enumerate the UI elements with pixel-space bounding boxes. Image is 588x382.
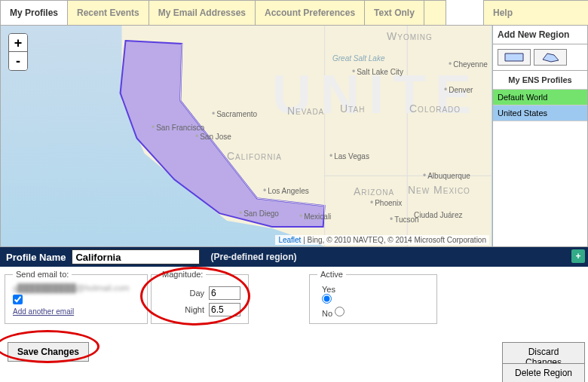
- add-new-region-heading: Add New Region: [493, 26, 587, 44]
- magnitude-legend: Magnitude:: [159, 270, 206, 279]
- state-label-arizona: Arizona: [354, 185, 394, 197]
- email-fieldset: Send email to: g██████████@hotmail.com A…: [5, 270, 148, 324]
- region-shape-buttons: [493, 44, 587, 71]
- city-albuquerque: Albuquerque: [423, 170, 470, 181]
- magnitude-night-input[interactable]: [209, 303, 240, 316]
- polygon-region-button[interactable]: [534, 49, 567, 66]
- tab-my-profiles[interactable]: My Profiles: [0, 0, 68, 25]
- tab-my-email[interactable]: My Email Addresses: [149, 0, 256, 25]
- delete-region-button[interactable]: Delete Region: [502, 363, 585, 382]
- profile-row-default-world[interactable]: Default World: [493, 90, 587, 105]
- save-changes-button[interactable]: Save Changes: [8, 342, 89, 362]
- active-yes-radio[interactable]: [322, 294, 332, 304]
- city-los-angeles: Los Angeles: [263, 185, 309, 196]
- magnitude-day-input[interactable]: [209, 286, 240, 300]
- email-legend: Send email to:: [13, 270, 72, 279]
- magnitude-fieldset: Magnitude: Day Night: [151, 270, 249, 324]
- profile-row-united-states[interactable]: United States: [493, 105, 587, 121]
- email-checkbox[interactable]: [13, 295, 23, 304]
- magnitude-night-label: Night: [185, 305, 204, 314]
- map[interactable]: + - UNITE California Nevada Utah Colorad…: [0, 26, 493, 247]
- email-address-blurred: g██████████@hotmail.com: [13, 283, 130, 292]
- active-fieldset: Active Yes No: [309, 270, 437, 324]
- my-ens-profiles-heading: My ENS Profiles: [493, 71, 587, 90]
- city-denver: Denver: [444, 84, 473, 95]
- tab-recent-events[interactable]: Recent Events: [67, 0, 149, 25]
- active-legend: Active: [317, 270, 346, 279]
- zoom-out-button[interactable]: -: [9, 52, 27, 70]
- city-san-diego: San Diego: [239, 208, 279, 219]
- profile-form: Send email to: g██████████@hotmail.com A…: [0, 267, 588, 380]
- state-label-wyoming: Wyoming: [387, 30, 433, 42]
- state-label-colorado: Colorado: [409, 102, 461, 115]
- state-label-new-mexico: New Mexico: [408, 184, 470, 196]
- label-great-salt-lake: Great Salt Lake: [332, 54, 384, 63]
- profile-name-label: Profile Name: [6, 252, 66, 263]
- add-another-email-link[interactable]: Add another email: [13, 307, 139, 316]
- tab-bar: My Profiles Recent Events My Email Addre…: [0, 0, 588, 26]
- active-no-label: No: [322, 309, 332, 318]
- profile-name-input[interactable]: [72, 249, 200, 264]
- city-sacramento: Sacramento: [212, 108, 257, 119]
- main-row: + - UNITE California Nevada Utah Colorad…: [0, 26, 588, 247]
- rectangle-icon: [504, 52, 525, 63]
- zoom-in-button[interactable]: +: [9, 34, 27, 52]
- city-phoenix: Phoenix: [370, 197, 402, 208]
- magnitude-day-label: Day: [189, 289, 204, 298]
- city-ciudad-juarez: Ciudad Juárez: [414, 211, 462, 219]
- predefined-region-label: (Pre-defined region): [210, 252, 296, 262]
- city-mexicali: Mexicali: [299, 211, 331, 222]
- tab-account-preferences[interactable]: Account Preferences: [255, 0, 365, 25]
- city-las-vegas: Las Vegas: [329, 151, 369, 161]
- rectangle-region-button[interactable]: [498, 49, 531, 66]
- active-yes-label: Yes: [322, 285, 335, 294]
- tab-text-only[interactable]: Text Only: [364, 0, 424, 25]
- zoom-control: + -: [8, 33, 28, 71]
- expand-button[interactable]: +: [571, 249, 585, 263]
- state-label-california: California: [227, 150, 282, 162]
- map-attr-text: | Bing, © 2010 NAVTEQ, © 2014 Microsoft …: [301, 236, 486, 244]
- active-no-radio[interactable]: [335, 307, 345, 316]
- city-cheyenne: Cheyenne: [449, 59, 488, 69]
- right-column: Add New Region My ENS Profiles Default W…: [493, 26, 588, 247]
- city-salt-lake-city: Salt Lake City: [352, 66, 403, 77]
- active-yes-row: Yes: [322, 285, 429, 305]
- city-san-jose: San Jose: [195, 131, 231, 142]
- profile-name-bar: Profile Name (Pre-defined region) +: [0, 247, 588, 267]
- tab-spacer: [424, 0, 446, 25]
- state-label-utah: Utah: [340, 102, 365, 115]
- active-no-row: No: [322, 307, 429, 318]
- polygon-icon: [541, 52, 560, 63]
- map-attribution: Leaflet | Bing, © 2010 NAVTEQ, © 2014 Mi…: [275, 235, 489, 245]
- tab-help[interactable]: Help: [483, 0, 588, 25]
- leaflet-link[interactable]: Leaflet: [278, 236, 301, 244]
- state-label-nevada: Nevada: [287, 105, 324, 117]
